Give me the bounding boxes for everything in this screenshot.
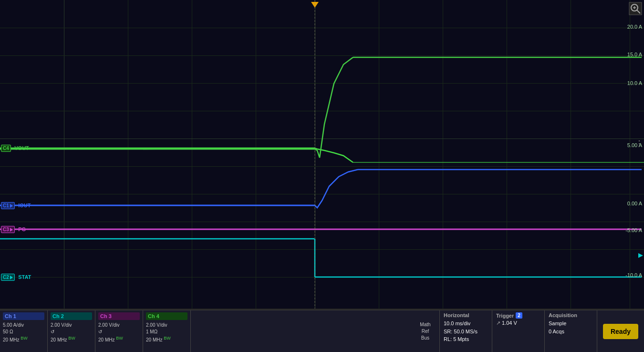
acquisition-box[interactable]: Acquisition Sample 0 Acqs [545, 310, 597, 352]
ch4-bw: 20 MHz BW [146, 335, 187, 343]
ready-button[interactable]: Ready [603, 324, 638, 339]
trigger-ch: 2 [516, 312, 522, 319]
scale-10a: 10.0 A [627, 80, 642, 86]
scale-neg10a: -10.0 A [625, 272, 642, 278]
ch1-label[interactable]: C1 IOUT [1, 201, 31, 209]
scale-0a: 0.00 A [627, 201, 642, 206]
ch1-info[interactable]: Ch 1 5.00 A/div 50 Ω 20 MHz BW [0, 310, 48, 352]
ch2-bw: 20 MHz BW [51, 335, 92, 343]
bottom-spacer [191, 310, 411, 352]
ch2-info[interactable]: Ch 2 2.00 V/div ↺ 20 MHz BW [48, 310, 95, 352]
trigger-title: Trigger [496, 313, 514, 319]
ch1-bw: 20 MHz BW [3, 335, 44, 343]
scope-menu-dots[interactable]: ⋮ [635, 142, 643, 145]
trigger-box[interactable]: Trigger 2 ↗ 1.04 V [492, 310, 545, 352]
scale-neg5a: -5.00 A [625, 227, 642, 233]
waveform-svg [0, 0, 644, 309]
ch4-info[interactable]: Ch 4 2.00 V/div 1 MΩ 20 MHz BW [143, 310, 191, 352]
ch3-info[interactable]: Ch 3 2.00 V/div ↺ 20 MHz BW [95, 310, 143, 352]
ch3-bw: 20 MHz BW [98, 335, 140, 343]
bottom-panel: Ch 1 5.00 A/div 50 Ω 20 MHz BW Ch 2 2.00… [0, 309, 644, 352]
scale-15a: 15.0 A [627, 52, 642, 57]
svg-marker-3 [638, 253, 643, 258]
zoom-icon[interactable] [629, 2, 642, 15]
horizontal-box[interactable]: Horizontal 10.0 ms/div SR: 50.0 MS/s RL:… [440, 310, 492, 352]
ch4-label[interactable]: C4 VOUT [1, 143, 29, 152]
ch2-label[interactable]: C2 STAT [1, 272, 31, 281]
scope-screen: C4 VOUT C1 IOUT C3 PG C2 STAT 20.0 A 15.… [0, 0, 644, 309]
scale-20a: 20.0 A [627, 24, 642, 30]
trigger-level: 1.04 V [502, 320, 517, 326]
ch3-label[interactable]: C3 PG [1, 224, 26, 233]
math-ref-bus-box[interactable]: Math Ref Bus [411, 310, 440, 352]
ready-box[interactable]: Ready [597, 310, 644, 352]
